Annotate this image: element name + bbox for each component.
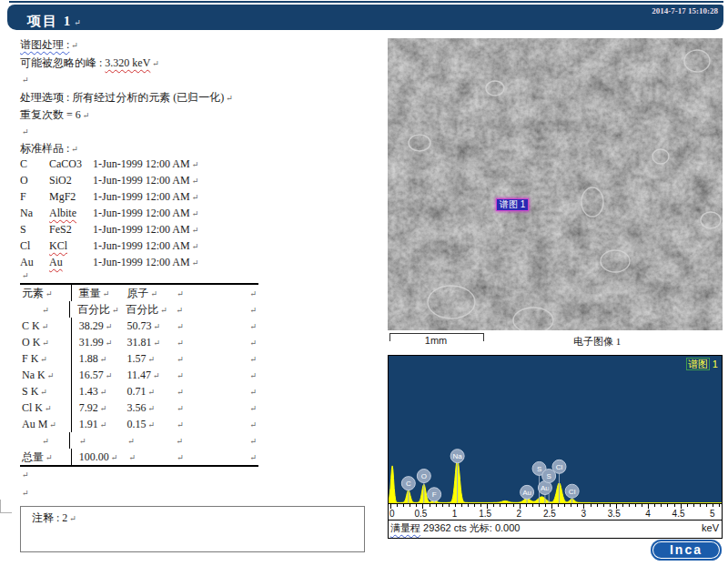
header-bar: 项目 1↵ 2014-7-17 15:10:28: [7, 5, 723, 30]
table-cell: ↵: [217, 318, 258, 334]
table-cell: ↵: [217, 367, 258, 383]
table-cell: 16.57↵: [72, 367, 126, 383]
quant-results-table: 元素↵重量↵原子↵↵↵↵百分比↵百分比↵↵↵C K↵38.29↵50.73↵↵↵…: [20, 283, 258, 467]
table-cell: 3.56↵: [125, 399, 171, 416]
svg-text:S: S: [546, 472, 551, 480]
table-cell: F K↵: [20, 350, 72, 367]
x-tick-label: 0.5: [414, 509, 427, 519]
table-cell: 0.71↵: [125, 383, 171, 399]
standard-item: FMgF21-Jun-1999 12:00 AM↵: [20, 190, 198, 204]
blank-line-mark: ↵: [20, 73, 29, 86]
standard-item: CCaCO31-Jun-1999 12:00 AM↵: [20, 157, 198, 171]
table-cell: 总量↵: [20, 449, 72, 465]
table-cell: 1.43↵: [72, 383, 126, 399]
table-total-row: 总量↵100.00↵↵↵↵: [20, 449, 258, 465]
table-cell: ↵: [70, 432, 124, 449]
table-cell: ↵: [217, 285, 258, 301]
table-cell: 1.88↵: [72, 350, 126, 367]
inca-logo: Inca: [651, 540, 722, 561]
svg-text:Cl: Cl: [556, 463, 563, 471]
spectrum-processing-line: 谱图处理 :↵: [20, 37, 78, 53]
table-row: F K↵1.88↵1.57↵↵↵: [20, 350, 258, 367]
eds-spectrum-panel[interactable]: COFNaAuSAuSClCl 谱图 1 00.511.522.533.544.…: [388, 355, 723, 539]
svg-text:Au: Au: [522, 489, 531, 497]
page-title: 项目 1↵: [27, 13, 83, 30]
svg-text:Na: Na: [453, 452, 463, 460]
table-cell: ↵: [217, 334, 258, 350]
table-cell: ↵: [170, 432, 217, 449]
standard-item: ClKCl1-Jun-1999 12:00 AM↵: [20, 239, 198, 253]
blank-line-mark: ↵: [20, 125, 29, 138]
table-cell: ↵: [124, 432, 170, 449]
spectrum-legend: 谱图 1: [686, 358, 718, 371]
svg-text:O: O: [421, 472, 427, 480]
x-tick-label: 5: [710, 509, 715, 519]
table-cell: 元素↵: [20, 285, 72, 301]
table-cell: ↵: [217, 350, 258, 367]
table-cell: 100.00↵: [72, 449, 126, 465]
blank-line-mark: ↵: [20, 268, 29, 282]
table-cell: 7.92↵: [72, 399, 126, 416]
table-cell: ↵: [217, 432, 258, 449]
full-scale-text: 满量程 29362 cts 光标: 0.000: [390, 521, 520, 535]
table-cell: 原子↵: [125, 285, 171, 301]
table-cell: 50.73↵: [125, 318, 171, 334]
svg-text:S: S: [537, 465, 541, 473]
electron-image-caption: 电子图像 1: [524, 335, 670, 349]
element-peak-label: Cl: [565, 484, 579, 498]
standard-item: OSiO21-Jun-1999 12:00 AM↵: [20, 174, 198, 187]
table-cell: ↵: [171, 383, 217, 399]
standard-item: SFeS21-Jun-1999 12:00 AM↵: [20, 223, 198, 237]
table-cell: 0.15↵: [125, 416, 171, 432]
standard-item: AuAu1-Jun-1999 12:00 AM↵: [20, 256, 198, 269]
table-cell: ↵: [217, 301, 258, 318]
spectrum-curve: COFNaAuSAuSClCl: [389, 356, 722, 503]
table-cell: ↵: [217, 399, 258, 416]
table-cell: ↵: [20, 301, 70, 318]
spectrum-marker-label[interactable]: 谱图 1: [496, 198, 529, 211]
table-row: Na K↵16.57↵11.47↵↵↵: [20, 367, 258, 383]
x-tick-label: 1: [452, 509, 458, 519]
table-cell: 31.99↵: [72, 334, 126, 350]
header-top-rule: [9, 1, 723, 3]
table-cell: 百分比↵: [124, 301, 170, 318]
table-row: Cl K↵7.92↵3.56↵↵↵: [20, 399, 258, 416]
blank-line-mark: ↵: [20, 486, 29, 500]
x-axis-ticks: 00.511.522.533.544.55: [389, 504, 722, 521]
table-cell: 1.91↵: [72, 416, 126, 432]
iterations-line: 重复次数 = 6↵: [20, 107, 89, 123]
table-row: Au M↵1.91↵0.15↵↵↵: [20, 416, 258, 432]
element-peak-label: Cl: [552, 460, 566, 473]
table-cell: 重量↵: [72, 285, 126, 301]
inca-report-page: 项目 1↵ 2014-7-17 15:10:28 谱图处理 :↵ 可能被忽略的峰…: [0, 0, 728, 566]
sem-texture: [388, 38, 723, 330]
table-cell: 31.81↵: [125, 334, 171, 350]
table-cell: ↵: [170, 301, 217, 318]
table-cell: Cl K↵: [20, 399, 72, 416]
sem-footer: 1mm 电子图像 1: [388, 330, 723, 355]
table-row: O K↵31.99↵31.81↵↵↵: [20, 334, 258, 350]
annotation-box[interactable]: 注释 : 2↵: [20, 506, 365, 552]
table-cell: ↵: [171, 416, 217, 432]
table-cell: ↵: [171, 449, 217, 465]
svg-text:Au: Au: [541, 484, 550, 492]
spectrum-plot-area[interactable]: COFNaAuSAuSClCl 谱图 1: [389, 356, 722, 504]
table-cell: O K↵: [20, 334, 72, 350]
x-tick-label: 4.5: [672, 509, 685, 519]
table-cell: ↵: [171, 367, 217, 383]
table-cell: S K↵: [20, 383, 72, 399]
x-tick-label: 3: [581, 509, 586, 519]
table-cell: ↵: [171, 350, 217, 367]
standards-title: 标准样品 :↵: [20, 141, 78, 157]
table-cell: ↵: [171, 285, 217, 301]
kev-axis-label: keV: [702, 521, 719, 535]
processing-options-line: 处理选项 : 所有经过分析的元素 (已归一化)↵: [20, 90, 233, 106]
table-header-row: 元素↵重量↵原子↵↵↵: [20, 285, 258, 301]
blank-line-mark: ↵: [20, 468, 29, 481]
table-cell: ↵: [217, 416, 258, 432]
table-cell: Au M↵: [20, 416, 72, 432]
element-peak-label: Au: [521, 485, 534, 499]
x-tick-label: 0: [389, 509, 395, 519]
electron-image[interactable]: [388, 38, 723, 330]
element-peak-label: F: [428, 488, 441, 501]
